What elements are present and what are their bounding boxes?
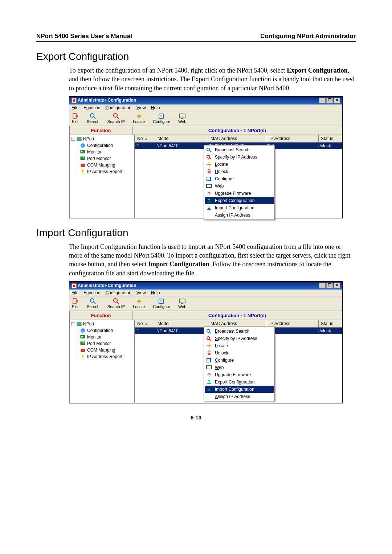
menu-configuration-2[interactable]: Configuration: [105, 290, 131, 295]
min-button[interactable]: _: [319, 98, 326, 103]
menu-help-2[interactable]: Help: [151, 290, 160, 295]
tree-port-monitor[interactable]: Port Monitor: [80, 155, 134, 162]
close-button[interactable]: ✕: [334, 98, 340, 103]
col-no-2[interactable]: No ▲: [135, 320, 155, 327]
toolbar-search-2[interactable]: Search: [87, 298, 99, 309]
tree-port-monitor-2[interactable]: Port Monitor: [80, 340, 134, 347]
function-tree[interactable]: - NPort iConfiguration Monitor Port Moni…: [69, 135, 135, 218]
menu-configuration[interactable]: Configuration: [105, 105, 131, 110]
tree-ip-report[interactable]: IP Address Report: [80, 168, 134, 175]
menu-bar-2[interactable]: File Function Configuration View Help: [69, 290, 342, 296]
ctx-locate-2[interactable]: Locate: [205, 342, 274, 349]
ctx-unlock[interactable]: Unlock: [205, 168, 274, 175]
toolbar-configure-2[interactable]: Configure: [153, 298, 170, 309]
svg-point-40: [82, 355, 84, 357]
svg-rect-30: [179, 299, 185, 303]
svg-point-3: [90, 114, 94, 117]
tree-com-mapping-2[interactable]: COM Mapping: [80, 347, 134, 353]
menu-help[interactable]: Help: [151, 105, 160, 110]
context-menu[interactable]: Broadcast Search Specify by IP Address L…: [204, 145, 275, 220]
svg-point-15: [82, 165, 82, 165]
svg-rect-14: [81, 164, 85, 167]
ctx-import[interactable]: Import Configuration: [205, 204, 274, 212]
svg-point-26: [90, 299, 94, 302]
ctx-specify[interactable]: Specify by IP Address: [205, 153, 274, 161]
title-bar[interactable]: Administrator-Configuration _ ❐ ✕: [69, 97, 342, 104]
svg-point-18: [207, 148, 210, 151]
col-status[interactable]: Status: [318, 135, 342, 142]
ctx-broadcast[interactable]: Broadcast Search: [205, 146, 274, 153]
svg-point-42: [207, 337, 210, 340]
col-ip[interactable]: IP Address: [267, 135, 318, 142]
ctx-export-2[interactable]: Export Configuration: [205, 378, 274, 386]
min-button-2[interactable]: _: [319, 283, 326, 288]
col-mac[interactable]: MAC Address: [208, 135, 267, 142]
menu-bar[interactable]: File Function Configuration View Help: [69, 104, 342, 111]
ctx-assign-2[interactable]: Assign IP Address: [205, 393, 274, 400]
ctx-assign[interactable]: Assign IP Address: [205, 212, 274, 219]
svg-text:i: i: [82, 144, 83, 148]
ctx-export[interactable]: Export Configuration: [205, 197, 274, 204]
tree-root[interactable]: NPort: [83, 136, 94, 141]
toolbar-configure[interactable]: Configure: [153, 113, 170, 124]
toolbar-web-2[interactable]: Web: [178, 298, 186, 309]
function-tree-2[interactable]: - NPort iConfiguration Monitor Port Moni…: [69, 320, 135, 403]
ctx-configure[interactable]: Configure: [205, 175, 274, 182]
ctx-upgrade[interactable]: Upgrade Firmware: [205, 190, 274, 197]
device-grid-2[interactable]: No ▲ Model MAC Address IP Address Status…: [135, 320, 342, 403]
menu-view-2[interactable]: View: [136, 290, 146, 295]
svg-point-27: [114, 299, 117, 302]
ctx-web[interactable]: Web: [205, 182, 274, 190]
app-window-import: Administrator-Configuration _ ❐ ✕ File F…: [69, 281, 343, 403]
max-button[interactable]: ❐: [326, 98, 333, 103]
window-title-2: Administrator-Configuration: [72, 283, 136, 288]
menu-file-2[interactable]: File: [72, 290, 78, 295]
ctx-import-2[interactable]: Import Configuration: [205, 386, 274, 393]
title-bar-2[interactable]: Administrator-Configuration _ ❐ ✕: [69, 282, 342, 290]
ctx-web-2[interactable]: Web: [205, 364, 274, 371]
tree-monitor[interactable]: Monitor: [80, 149, 134, 155]
col-ip-2[interactable]: IP Address: [267, 320, 318, 327]
tree-root-2[interactable]: NPort: [83, 321, 94, 327]
ctx-locate[interactable]: Locate: [205, 161, 274, 168]
ctx-configure-2[interactable]: Configure: [205, 357, 274, 364]
toolbar-searchip-2[interactable]: Search IP: [107, 298, 125, 309]
menu-function-2[interactable]: Function: [83, 290, 100, 295]
toolbar-searchip[interactable]: Search IP: [107, 113, 125, 124]
window-title: Administrator-Configuration: [72, 98, 136, 103]
col-model[interactable]: Model: [155, 135, 208, 142]
menu-view[interactable]: View: [136, 105, 146, 110]
svg-point-1: [73, 99, 75, 102]
col-model-2[interactable]: Model: [155, 320, 208, 327]
tree-ip-report-2[interactable]: IP Address Report: [80, 353, 134, 360]
toolbar-locate-2[interactable]: Locate: [133, 298, 145, 309]
col-no[interactable]: No ▲: [135, 135, 155, 142]
right-pane-header-2: Configuration - 1 NPort(s): [132, 311, 342, 320]
ctx-upgrade-2[interactable]: Upgrade Firmware: [205, 371, 274, 378]
col-mac-2[interactable]: MAC Address: [208, 320, 267, 327]
toolbar-exit[interactable]: Exit: [72, 113, 79, 124]
context-menu-2[interactable]: Broadcast Search Specify by IP Address L…: [204, 327, 275, 401]
toolbar-web[interactable]: Web: [178, 113, 186, 124]
toolbar-search[interactable]: Search: [87, 113, 99, 124]
ctx-unlock-2[interactable]: Unlock: [205, 349, 274, 357]
toolbar-locate[interactable]: Locate: [133, 113, 145, 124]
device-grid[interactable]: No ▲ Model MAC Address IP Address Status…: [135, 135, 342, 218]
col-status-2[interactable]: Status: [318, 320, 342, 327]
ctx-specify-2[interactable]: Specify by IP Address: [205, 335, 274, 342]
menu-file[interactable]: File: [72, 105, 78, 110]
svg-point-41: [207, 329, 210, 332]
ctx-broadcast-2[interactable]: Broadcast Search: [205, 328, 274, 335]
svg-point-19: [207, 155, 210, 158]
menu-function[interactable]: Function: [83, 105, 100, 110]
tree-com-mapping[interactable]: COM Mapping: [80, 162, 134, 168]
tree-configuration-2[interactable]: iConfiguration: [80, 327, 134, 334]
tree-monitor-2[interactable]: Monitor: [80, 334, 134, 340]
svg-rect-8: [181, 118, 183, 119]
svg-rect-20: [208, 171, 211, 173]
tree-configuration[interactable]: iConfiguration: [80, 142, 134, 149]
close-button-2[interactable]: ✕: [334, 283, 340, 288]
toolbar-exit-2[interactable]: Exit: [72, 298, 79, 309]
max-button-2[interactable]: ❐: [326, 283, 333, 288]
svg-rect-43: [208, 353, 211, 355]
